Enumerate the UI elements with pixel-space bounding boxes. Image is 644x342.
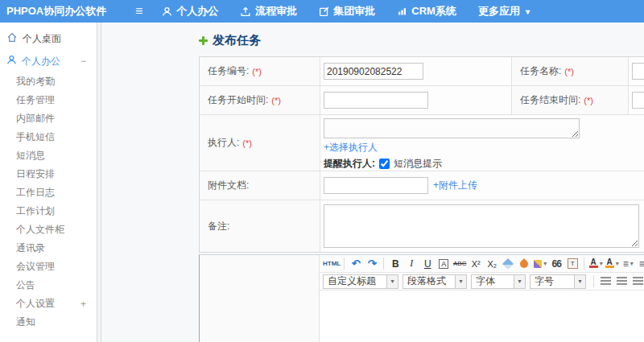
- format-painter-button[interactable]: ▾: [532, 256, 548, 271]
- clear-format-button[interactable]: [516, 256, 532, 271]
- attachment-label-cell: 附件文档:: [200, 171, 320, 200]
- sidebar-item-settings[interactable]: 个人设置 +: [0, 295, 97, 313]
- redo-button[interactable]: ↷: [364, 256, 380, 271]
- sidebar-item-notice[interactable]: 通知: [0, 313, 97, 332]
- unordered-list-button[interactable]: ≡▾: [636, 256, 644, 271]
- blockquote-button[interactable]: 66: [548, 256, 564, 271]
- upload-tray-icon: [240, 6, 251, 17]
- sidebar-item-contacts[interactable]: 通讯录: [0, 239, 97, 258]
- paragraph-format-select[interactable]: 段落格式▾: [402, 274, 467, 289]
- undo-button[interactable]: ↶: [348, 256, 364, 271]
- task-content-row: HTML ↶ ↷ B I U A ABC X² X₂ ▾ 66 T A▾ A▾: [199, 254, 644, 342]
- task-no-input[interactable]: [324, 63, 423, 80]
- html-source-button[interactable]: HTML: [323, 256, 341, 271]
- field-label: 附件文档:: [208, 179, 249, 192]
- underline-button[interactable]: U: [419, 256, 436, 271]
- required-mark: (*): [242, 138, 252, 148]
- sidebar-item-meeting-management[interactable]: 会议管理: [0, 258, 97, 276]
- sidebar-item-schedule[interactable]: 日程安排: [0, 165, 97, 183]
- sms-remind-checkbox[interactable]: [379, 159, 390, 169]
- executor-label-cell: 执行人: (*): [200, 115, 320, 171]
- sidebar-item-desktop[interactable]: 个人桌面: [0, 27, 97, 50]
- field-label: 任务编号:: [208, 64, 249, 78]
- field-label: 任务开始时间:: [208, 93, 268, 107]
- toolbar-separator: [584, 258, 584, 270]
- align-left-button[interactable]: [597, 274, 613, 289]
- align-right-button[interactable]: [630, 274, 644, 289]
- user-icon: [162, 6, 172, 17]
- field-label: 任务名称:: [520, 64, 561, 78]
- font-color-icon: A: [589, 259, 598, 268]
- nav-personal-office[interactable]: 个人办公: [162, 4, 218, 19]
- nav-workflow-approval[interactable]: 流程审批: [240, 4, 297, 19]
- required-mark: (*): [271, 96, 281, 105]
- brush-icon: [518, 258, 530, 269]
- paste-text-button[interactable]: T: [564, 256, 580, 271]
- rich-text-editor: HTML ↶ ↷ B I U A ABC X² X₂ ▾ 66 T A▾ A▾: [320, 255, 644, 342]
- font-style-button[interactable]: A: [436, 256, 452, 271]
- caret-down-icon: ▾: [543, 260, 547, 267]
- sidebar-item-work-plan[interactable]: 工作计划: [0, 202, 97, 220]
- italic-button[interactable]: I: [403, 256, 419, 271]
- start-time-input[interactable]: [324, 92, 428, 109]
- sidebar-item-office[interactable]: 个人办公 −: [0, 50, 97, 72]
- task-name-label-cell: 任务名称: (*): [512, 57, 629, 86]
- nav-more-apps[interactable]: 更多应用 ▾: [478, 4, 530, 19]
- sidebar-item-attendance[interactable]: 我的考勤: [0, 72, 97, 91]
- executor-textarea[interactable]: [324, 118, 580, 138]
- toolbar-separator: [383, 258, 384, 270]
- format-painter-icon: [534, 260, 542, 268]
- nav-crm-system[interactable]: CRM系统: [397, 4, 456, 19]
- menu-toggle-icon[interactable]: ≡: [135, 5, 142, 18]
- attachment-input[interactable]: [324, 177, 428, 194]
- sidebar-item-task-management[interactable]: 任务管理: [0, 91, 97, 109]
- font-size-select[interactable]: 字号▾: [530, 274, 586, 289]
- select-value: 段落格式: [403, 274, 450, 288]
- sidebar-item-label: 个人办公: [22, 55, 60, 68]
- nav-group-approval[interactable]: 集团审批: [319, 4, 375, 19]
- end-time-input[interactable]: [632, 92, 644, 109]
- task-name-field-cell: [629, 57, 644, 86]
- end-time-label-cell: 任务结束时间: (*): [512, 86, 629, 115]
- strikethrough-button[interactable]: ABC: [452, 256, 468, 271]
- sidebar-item-mobile-sms[interactable]: 手机短信: [0, 128, 97, 146]
- sidebar-item-short-message[interactable]: 短消息: [0, 146, 97, 165]
- remind-line: 提醒执行人: 短消息提示: [324, 157, 442, 171]
- align-right-icon: [633, 277, 643, 286]
- select-value: 字体: [472, 274, 499, 288]
- note-textarea[interactable]: [324, 204, 639, 248]
- editor-body[interactable]: [320, 290, 644, 342]
- field-label: 任务结束时间:: [520, 93, 580, 107]
- attachment-upload-link[interactable]: +附件上传: [433, 179, 477, 192]
- task-no-field-cell: [320, 57, 512, 86]
- select-value: 字号: [530, 274, 558, 288]
- toolbar-separator: [344, 258, 345, 270]
- sidebar-item-file-cabinet[interactable]: 个人文件柜: [0, 220, 97, 239]
- align-left-icon: [601, 277, 611, 286]
- required-mark: (*): [584, 96, 593, 105]
- sidebar-item-work-log[interactable]: 工作日志: [0, 183, 97, 202]
- align-center-button[interactable]: [613, 274, 630, 289]
- sidebar-item-internal-mail[interactable]: 内部邮件: [0, 109, 97, 128]
- end-time-field-cell: [629, 86, 644, 115]
- caret-down-icon: ▾: [455, 275, 466, 288]
- task-name-input[interactable]: [632, 63, 644, 80]
- bold-button[interactable]: B: [387, 256, 403, 271]
- expand-icon[interactable]: +: [80, 299, 86, 310]
- select-executor-link[interactable]: +选择执行人: [324, 141, 378, 155]
- highlight-icon: A: [605, 259, 614, 268]
- font-color-button[interactable]: A▾: [588, 256, 604, 271]
- superscript-button[interactable]: X²: [468, 256, 484, 271]
- font-family-select[interactable]: 字体▾: [471, 274, 526, 289]
- nav-label: 更多应用: [478, 4, 520, 19]
- eraser-icon: [502, 258, 514, 269]
- ordered-list-button[interactable]: ≡▾: [620, 256, 636, 271]
- highlight-color-button[interactable]: A▾: [604, 256, 620, 271]
- heading-select[interactable]: 自定义标题▾: [323, 274, 398, 289]
- subscript-button[interactable]: X₂: [484, 256, 500, 271]
- executor-field-cell: +选择执行人 提醒执行人: 短消息提示: [320, 115, 644, 171]
- collapse-icon[interactable]: −: [80, 56, 86, 67]
- eraser-button[interactable]: [500, 256, 516, 271]
- unordered-list-icon: ≡: [639, 258, 644, 270]
- sidebar-item-announcement[interactable]: 公告: [0, 276, 97, 295]
